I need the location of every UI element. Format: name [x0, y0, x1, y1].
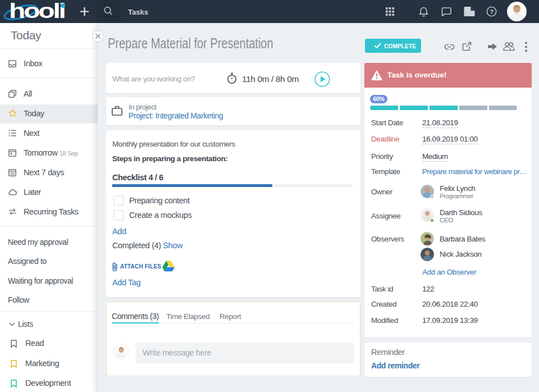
svg-text:?: ? — [490, 8, 494, 15]
